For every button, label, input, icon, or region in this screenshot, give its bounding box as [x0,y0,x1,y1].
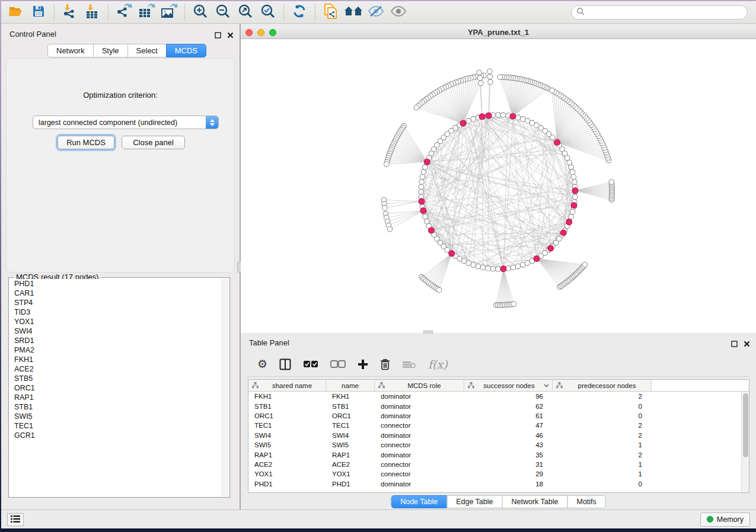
tab-edge-table[interactable]: Edge Table [446,495,502,508]
graph-mcds-node[interactable] [486,113,492,118]
graph-node[interactable] [500,113,506,118]
zoom-fit-button[interactable] [234,3,257,22]
graph-mcds-node[interactable] [572,188,578,194]
graph-node[interactable] [466,261,471,266]
table-row[interactable]: RAP1RAP1dominator352 [248,450,741,459]
memory-button[interactable]: Memory [700,512,750,527]
list-item[interactable]: SWI5 [9,412,222,421]
graph-mcds-node[interactable] [554,140,560,146]
list-item[interactable]: TID3 [9,307,222,317]
graph-leaf-node[interactable] [550,88,555,93]
table-row[interactable]: ORC1ORC1dominator610 [248,411,741,421]
graph-mcds-node[interactable] [429,227,435,233]
graph-node[interactable] [420,174,425,180]
graph-node[interactable] [569,214,574,220]
graph-node[interactable] [490,266,496,271]
save-session-button[interactable] [27,3,50,22]
graph-mcds-node[interactable] [424,159,430,165]
list-item[interactable]: STP4 [9,298,222,307]
graph-mcds-node[interactable] [500,266,506,272]
graph-node[interactable] [419,190,424,195]
task-history-button[interactable] [7,513,24,526]
graph-leaf-node[interactable] [414,105,419,110]
list-item[interactable]: SWI4 [9,326,222,336]
table-row[interactable]: ACE2ACE2connector311 [248,460,741,469]
export-table-button[interactable] [135,3,158,22]
graph-leaf-node[interactable] [487,74,493,79]
graph-mcds-node[interactable] [566,219,572,225]
graph-node[interactable] [570,209,575,214]
graph-mcds-node[interactable] [571,203,577,209]
import-table-button[interactable] [81,3,104,22]
tab-network-table[interactable]: Network Table [502,495,568,508]
list-item[interactable]: FKH1 [9,355,222,364]
tab-select[interactable]: Select [127,44,167,57]
float-panel-icon[interactable] [731,339,738,350]
zoom-in-button[interactable] [189,3,212,22]
result-list-scrollbar[interactable] [222,279,229,496]
graph-mcds-node[interactable] [420,208,426,214]
list-item[interactable]: ACE2 [9,364,222,374]
table-row[interactable]: FKH1FKH1dominator962 [248,392,741,401]
graph-node[interactable] [569,165,574,170]
mcds-result-list[interactable]: PHD1CAR1STP4TID3YOX1SWI4SRD1PMA2FKH1ACE2… [9,279,222,496]
graph-mcds-node[interactable] [449,251,455,257]
column-header-shared-name[interactable]: shared name [248,380,326,391]
graph-leaf-node[interactable] [382,206,388,211]
search-input[interactable] [588,8,742,17]
deselect-all-button[interactable] [330,360,346,368]
column-header-predecessor-nodes[interactable]: predecessor nodes [553,380,652,391]
graph-node[interactable] [486,266,491,271]
graph-mcds-node[interactable] [419,198,425,204]
table-scrollbar[interactable] [741,392,749,492]
import-network-button[interactable] [59,3,81,22]
column-header-successor-nodes[interactable]: successor nodes [464,380,553,391]
column-header-MCDS-role[interactable]: MCDS role [375,380,464,391]
graph-node[interactable] [471,262,476,268]
table-row[interactable]: YOX1YOX1connector291 [248,469,741,479]
graph-leaf-node[interactable] [488,79,493,85]
graph-node[interactable] [496,113,501,118]
table-row[interactable]: SWI5SWI5connector431 [248,440,741,450]
tab-style[interactable]: Style [93,44,128,57]
graph-node[interactable] [496,267,501,272]
graph-leaf-node[interactable] [609,180,614,185]
graph-node[interactable] [511,265,516,270]
graph-leaf-node[interactable] [479,81,484,86]
graph-node[interactable] [571,174,576,180]
network-canvas[interactable] [241,39,756,333]
graph-node[interactable] [476,264,481,269]
list-item[interactable]: SRD1 [9,336,222,345]
graph-mcds-node[interactable] [560,230,566,236]
close-panel-button[interactable]: Close panel [122,136,185,149]
graph-mcds-node[interactable] [460,120,466,126]
select-all-button[interactable] [303,360,318,368]
graph-node[interactable] [572,194,578,200]
network-titlebar[interactable]: YPA_prune.txt_1 [241,26,756,39]
delete-column-button[interactable] [380,358,390,370]
graph-leaf-node[interactable] [436,287,442,293]
table-row[interactable]: PHD1PHD1dominator180 [248,479,741,489]
graph-leaf-node[interactable] [387,227,393,232]
tab-mcds[interactable]: MCDS [166,44,206,57]
table-row[interactable]: TEC1TEC1connector472 [248,421,741,430]
table-settings-button[interactable]: ⚙ [257,358,267,370]
graph-node[interactable] [572,180,578,185]
graph-mcds-node[interactable] [510,114,516,120]
tab-network[interactable]: Network [47,44,94,57]
list-item[interactable]: GCR1 [9,431,222,440]
list-item[interactable]: RAP1 [9,393,222,402]
refresh-layout-button[interactable] [288,3,311,22]
graph-node[interactable] [423,165,428,170]
show-all-button[interactable] [387,3,410,22]
graph-node[interactable] [423,214,428,220]
export-image-button[interactable] [158,3,180,22]
graph-node[interactable] [471,117,476,122]
float-panel-icon[interactable] [215,30,221,41]
table-scrollbar-thumb[interactable] [743,393,748,457]
graph-leaf-node[interactable] [487,69,493,74]
graph-mcds-node[interactable] [534,256,540,262]
graph-node[interactable] [419,180,425,185]
list-item[interactable]: ORC1 [9,383,222,393]
zoom-out-button[interactable] [212,3,234,22]
